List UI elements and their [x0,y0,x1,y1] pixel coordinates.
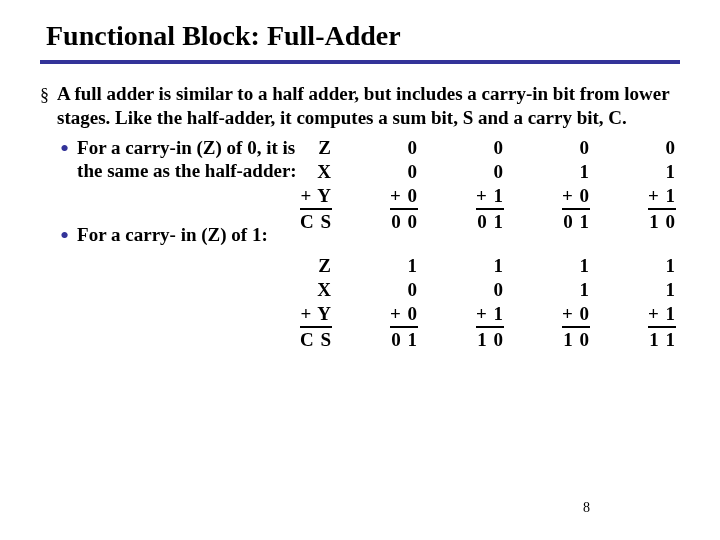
cell: 0 1 [563,210,590,234]
label-x: X [317,160,332,184]
cell: 1 0 [649,210,676,234]
slide-title: Functional Block: Full-Adder [46,20,680,52]
tt-labels: Z X + Y C S [300,254,332,352]
tt0-col2: 0 1 + 0 0 1 [562,136,590,234]
content-columns: • For a carry-in (Z) of 0, it is the sam… [40,136,680,372]
tt1-col3: 1 1 + 1 1 1 [648,254,676,352]
label-plus-y: + Y [300,302,332,328]
tt1-col0: 1 0 + 0 0 1 [390,254,418,352]
label-plus-y: + Y [300,184,332,210]
main-text: A full adder is similar to a half adder,… [57,82,680,130]
title-rule [40,60,680,64]
cell: 1 [580,254,591,278]
bullet-dot-icon: • [60,227,69,245]
cell: 1 [494,254,505,278]
sub-bullet-2: • For a carry- in (Z) of 1: [60,223,300,247]
cell: + 1 [476,302,504,328]
label-z: Z [318,136,332,160]
page-number: 8 [583,500,590,516]
cell: 1 [580,160,591,184]
tt0-col3: 0 1 + 1 1 0 [648,136,676,234]
cell: 1 [665,254,676,278]
tt-labels: Z X + Y C S [300,136,332,234]
cell: 0 [408,278,419,302]
cell: + 1 [476,184,504,210]
cell: 1 1 [649,328,676,352]
label-z: Z [318,254,332,278]
left-column: • For a carry-in (Z) of 0, it is the sam… [40,136,300,372]
cell: + 0 [390,302,418,328]
cell: 0 1 [477,210,504,234]
cell: + 1 [648,184,676,210]
cell: 1 [580,278,591,302]
cell: 1 [665,160,676,184]
cell: 0 1 [391,328,418,352]
cell: 0 [580,136,591,160]
bullet-marker: § [40,85,49,106]
label-x: X [317,278,332,302]
truth-table-z0: Z X + Y C S 0 0 + 0 0 0 0 0 + 1 0 1 0 1 … [300,136,680,234]
tt1-col2: 1 1 + 0 1 0 [562,254,590,352]
cell: + 0 [562,302,590,328]
cell: 0 [494,278,505,302]
sub-bullet-1-text: For a carry-in (Z) of 0, it is the same … [77,136,300,184]
cell: 1 0 [477,328,504,352]
tt1-col1: 1 0 + 1 1 0 [476,254,504,352]
cell: 0 [665,136,676,160]
cell: + 0 [562,184,590,210]
cell: 1 [665,278,676,302]
cell: 0 [408,136,419,160]
sub-bullet-2-text: For a carry- in (Z) of 1: [77,223,268,247]
cell: 1 [408,254,419,278]
tt0-col0: 0 0 + 0 0 0 [390,136,418,234]
label-cs: C S [300,210,332,234]
sub-bullet-1: • For a carry-in (Z) of 0, it is the sam… [60,136,300,184]
cell: 0 [408,160,419,184]
cell: 1 0 [563,328,590,352]
tt0-col1: 0 0 + 1 0 1 [476,136,504,234]
label-cs: C S [300,328,332,352]
bullet-dot-icon: • [60,140,69,158]
cell: + 1 [648,302,676,328]
right-column: Z X + Y C S 0 0 + 0 0 0 0 0 + 1 0 1 0 1 … [300,136,680,372]
cell: 0 0 [391,210,418,234]
cell: 0 [494,160,505,184]
truth-table-z1: Z X + Y C S 1 0 + 0 0 1 1 0 + 1 1 0 1 1 … [300,254,680,352]
cell: 0 [494,136,505,160]
cell: + 0 [390,184,418,210]
main-bullet: § A full adder is similar to a half adde… [40,82,680,130]
